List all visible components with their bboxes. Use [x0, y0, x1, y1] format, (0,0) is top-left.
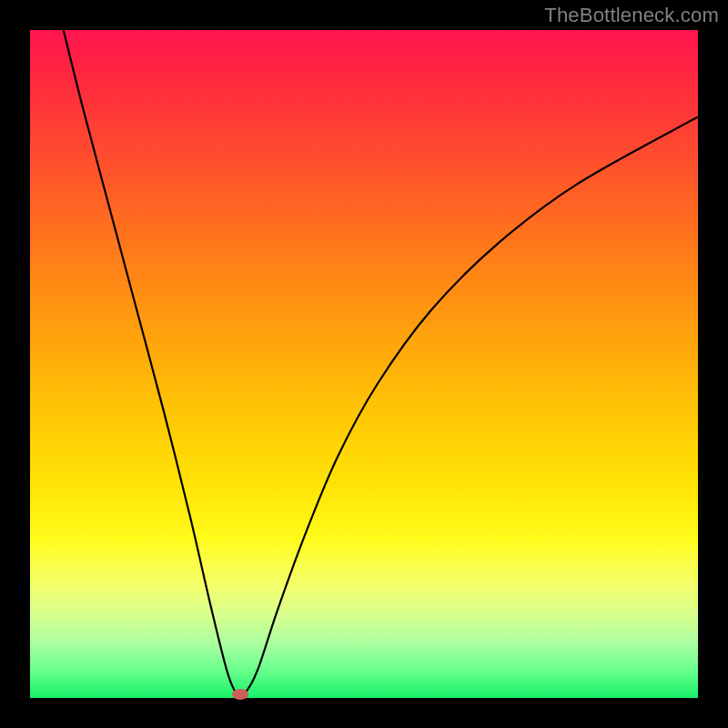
chart-frame: TheBottleneck.com [0, 0, 728, 728]
watermark-text: TheBottleneck.com [544, 4, 719, 27]
bottleneck-curve [30, 30, 698, 698]
minimum-marker [232, 689, 248, 700]
plot-area [30, 30, 698, 698]
